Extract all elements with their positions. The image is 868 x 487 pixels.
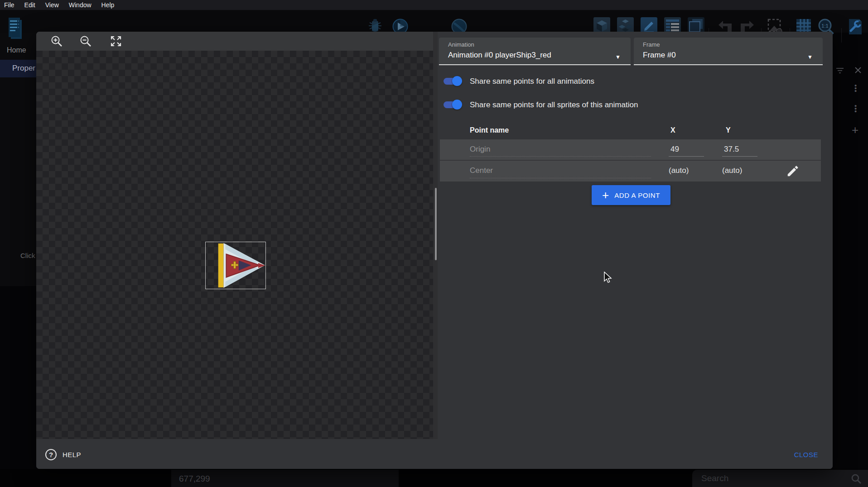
- sprite-canvas[interactable]: [36, 51, 434, 439]
- background-hint-text: Click: [20, 252, 35, 259]
- point-y-auto[interactable]: (auto): [722, 166, 742, 175]
- menu-edit[interactable]: Edit: [19, 0, 40, 10]
- points-table-header: Point name X Y: [440, 122, 821, 139]
- menu-window[interactable]: Window: [64, 0, 96, 10]
- edit-points-dialog: Animation Animation #0 playerShip3_red ▼…: [36, 32, 833, 469]
- fit-to-screen-icon[interactable]: [110, 35, 122, 48]
- column-y: Y: [726, 126, 731, 134]
- chevron-down-icon: ▼: [807, 54, 813, 60]
- point-x-field[interactable]: 49: [670, 145, 679, 154]
- bug-icon: [368, 18, 382, 33]
- animation-select-value: Animation #0 playerShip3_red: [448, 51, 551, 60]
- table-row-center: Center (auto) (auto): [440, 161, 821, 181]
- table-row-origin: Origin 49 37.5: [440, 139, 821, 160]
- menu-view[interactable]: View: [40, 0, 64, 10]
- vertical-scrollbar[interactable]: [435, 188, 437, 260]
- kebab-menu-icon: •••: [854, 105, 857, 113]
- plus-icon: +: [602, 190, 609, 200]
- objects-group-icon: [617, 17, 634, 33]
- canvas-toolbar: [36, 32, 434, 51]
- column-x: X: [670, 126, 675, 134]
- edit-object-icon: [641, 17, 657, 33]
- objects-list-icon: [664, 17, 681, 33]
- share-points-animations-toggle[interactable]: [442, 76, 462, 86]
- menu-help[interactable]: Help: [96, 0, 120, 10]
- search-icon: [851, 473, 862, 484]
- search-input: Search: [701, 473, 728, 483]
- zoom-out-icon[interactable]: [79, 35, 92, 48]
- help-button[interactable]: ? HELP: [45, 449, 81, 460]
- cursor-coordinates: 677,299: [179, 474, 210, 484]
- animation-select-label: Animation: [448, 41, 474, 48]
- point-y-field[interactable]: 37.5: [724, 145, 739, 154]
- document-icon: [8, 17, 23, 40]
- add-point-button[interactable]: + ADD A POINT: [592, 185, 670, 205]
- filter-icon: [836, 67, 844, 74]
- toolbar-divider: [841, 28, 842, 43]
- frame-select[interactable]: Frame Frame #0 ▼: [634, 38, 823, 65]
- share-points-sprites-toggle[interactable]: [442, 99, 462, 110]
- frame-select-label: Frame: [643, 41, 660, 48]
- undo-icon: [717, 20, 733, 33]
- name-field-underline: [470, 156, 651, 157]
- tab-home: Home: [7, 46, 26, 54]
- layers-icon: [688, 17, 704, 33]
- name-field-underline: [470, 178, 651, 178]
- mouse-cursor: [603, 272, 612, 284]
- help-icon: ?: [45, 449, 57, 460]
- point-name-field[interactable]: Origin: [470, 145, 490, 154]
- wrench-icon: [846, 18, 863, 35]
- svg-text:1:1: 1:1: [821, 23, 828, 29]
- screen: File Edit View Window Help PREVIEW PUBLI…: [0, 0, 868, 487]
- menu-bar: File Edit View Window Help: [0, 0, 868, 10]
- animation-select[interactable]: Animation Animation #0 playerShip3_red ▼: [439, 38, 631, 65]
- frame-select-value: Frame #0: [643, 51, 676, 60]
- menu-file[interactable]: File: [0, 0, 19, 10]
- point-x-auto[interactable]: (auto): [669, 166, 689, 175]
- point-name-field[interactable]: Center: [470, 166, 493, 175]
- zoom-in-icon[interactable]: [50, 35, 63, 48]
- kebab-menu-icon: •••: [854, 84, 857, 92]
- x-field-underline: [669, 156, 704, 157]
- main-toolbar: PREVIEW PUBLISH: [0, 10, 868, 33]
- points-table: Point name X Y Origin 49 37.5 Center (au…: [440, 122, 821, 181]
- tab-properties: Proper: [0, 60, 36, 77]
- search-bar: Search: [692, 470, 868, 487]
- player-ship-sprite: [206, 242, 265, 289]
- share-points-sprites-label: Share same points for all sprites of thi…: [470, 100, 638, 110]
- column-point-name: Point name: [470, 126, 509, 134]
- redo-icon: [739, 20, 756, 33]
- share-points-animations-label: Share same points for all animations: [470, 77, 594, 86]
- y-field-underline: [722, 156, 757, 157]
- close-button[interactable]: CLOSE: [794, 451, 818, 458]
- sprite-selection-box[interactable]: [205, 242, 266, 289]
- object-icon: [593, 17, 610, 33]
- add-icon: +: [852, 123, 858, 137]
- coordinates-box: 677,299: [171, 470, 399, 487]
- chevron-down-icon: ▼: [615, 54, 621, 60]
- edit-pencil-icon[interactable]: [786, 164, 800, 178]
- close-icon: [854, 67, 862, 74]
- dialog-footer: ? HELP CLOSE: [36, 439, 833, 469]
